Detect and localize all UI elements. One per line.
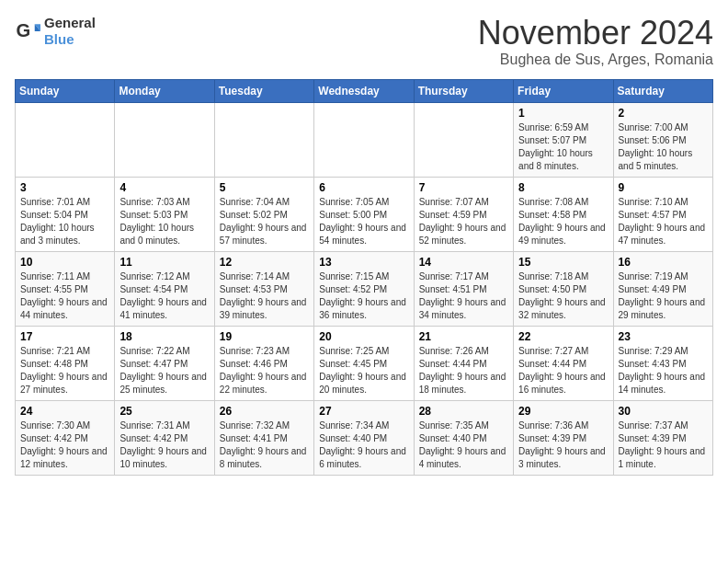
calendar-cell: 16Sunrise: 7:19 AM Sunset: 4:49 PM Dayli…	[613, 251, 712, 326]
week-row-2: 3Sunrise: 7:01 AM Sunset: 5:04 PM Daylig…	[16, 177, 713, 251]
calendar-cell: 6Sunrise: 7:05 AM Sunset: 5:00 PM Daylig…	[314, 177, 414, 251]
day-info: Sunrise: 6:59 AM Sunset: 5:07 PM Dayligh…	[518, 121, 608, 173]
weekday-header-thursday: Thursday	[414, 79, 513, 102]
calendar-cell: 17Sunrise: 7:21 AM Sunset: 4:48 PM Dayli…	[16, 326, 115, 400]
calendar-cell: 2Sunrise: 7:00 AM Sunset: 5:06 PM Daylig…	[613, 102, 712, 177]
day-number: 3	[20, 181, 109, 194]
calendar-cell: 27Sunrise: 7:34 AM Sunset: 4:40 PM Dayli…	[314, 400, 414, 475]
day-info: Sunrise: 7:36 AM Sunset: 4:39 PM Dayligh…	[518, 419, 608, 471]
day-info: Sunrise: 7:15 AM Sunset: 4:52 PM Dayligh…	[319, 270, 408, 322]
week-row-3: 10Sunrise: 7:11 AM Sunset: 4:55 PM Dayli…	[16, 251, 713, 326]
logo-text: General Blue	[44, 15, 96, 48]
calendar-cell: 4Sunrise: 7:03 AM Sunset: 5:03 PM Daylig…	[115, 177, 214, 251]
day-number: 17	[20, 330, 109, 343]
day-info: Sunrise: 7:31 AM Sunset: 4:42 PM Dayligh…	[119, 419, 209, 471]
calendar-cell	[16, 102, 115, 177]
svg-text:G: G	[17, 20, 31, 40]
calendar-cell: 15Sunrise: 7:18 AM Sunset: 4:50 PM Dayli…	[514, 251, 613, 326]
week-row-4: 17Sunrise: 7:21 AM Sunset: 4:48 PM Dayli…	[16, 326, 713, 400]
day-number: 10	[20, 256, 109, 269]
day-info: Sunrise: 7:07 AM Sunset: 4:59 PM Dayligh…	[419, 196, 508, 247]
weekday-header-saturday: Saturday	[613, 79, 712, 102]
calendar-body: 1Sunrise: 6:59 AM Sunset: 5:07 PM Daylig…	[16, 102, 713, 475]
calendar-cell: 14Sunrise: 7:17 AM Sunset: 4:51 PM Dayli…	[414, 251, 513, 326]
day-info: Sunrise: 7:34 AM Sunset: 4:40 PM Dayligh…	[319, 419, 408, 471]
day-info: Sunrise: 7:14 AM Sunset: 4:53 PM Dayligh…	[220, 270, 309, 322]
day-number: 2	[619, 107, 708, 120]
day-number: 22	[518, 330, 608, 343]
day-number: 4	[119, 181, 209, 194]
calendar-cell: 7Sunrise: 7:07 AM Sunset: 4:59 PM Daylig…	[414, 177, 513, 251]
location-subtitle: Bughea de Sus, Arges, Romania	[478, 52, 713, 68]
calendar-cell	[314, 102, 414, 177]
day-info: Sunrise: 7:29 AM Sunset: 4:43 PM Dayligh…	[619, 345, 708, 396]
calendar-cell	[414, 102, 513, 177]
calendar-cell: 24Sunrise: 7:30 AM Sunset: 4:42 PM Dayli…	[16, 400, 115, 475]
day-number: 9	[619, 181, 708, 194]
day-number: 29	[518, 405, 608, 418]
day-info: Sunrise: 7:18 AM Sunset: 4:50 PM Dayligh…	[518, 270, 608, 322]
day-info: Sunrise: 7:10 AM Sunset: 4:57 PM Dayligh…	[619, 196, 708, 247]
day-number: 5	[220, 181, 309, 194]
day-info: Sunrise: 7:00 AM Sunset: 5:06 PM Dayligh…	[619, 121, 708, 173]
day-info: Sunrise: 7:32 AM Sunset: 4:41 PM Dayligh…	[220, 419, 309, 471]
week-row-1: 1Sunrise: 6:59 AM Sunset: 5:07 PM Daylig…	[16, 102, 713, 177]
day-info: Sunrise: 7:23 AM Sunset: 4:46 PM Dayligh…	[220, 345, 309, 396]
day-info: Sunrise: 7:03 AM Sunset: 5:03 PM Dayligh…	[119, 196, 209, 247]
day-info: Sunrise: 7:17 AM Sunset: 4:51 PM Dayligh…	[419, 270, 508, 322]
day-info: Sunrise: 7:35 AM Sunset: 4:40 PM Dayligh…	[419, 419, 508, 471]
week-row-5: 24Sunrise: 7:30 AM Sunset: 4:42 PM Dayli…	[16, 400, 713, 475]
calendar-cell	[115, 102, 214, 177]
calendar-cell: 9Sunrise: 7:10 AM Sunset: 4:57 PM Daylig…	[613, 177, 712, 251]
day-number: 15	[518, 256, 608, 269]
calendar-cell: 20Sunrise: 7:25 AM Sunset: 4:45 PM Dayli…	[314, 326, 414, 400]
day-number: 21	[419, 330, 508, 343]
calendar-cell: 3Sunrise: 7:01 AM Sunset: 5:04 PM Daylig…	[16, 177, 115, 251]
weekday-header-friday: Friday	[514, 79, 613, 102]
day-number: 23	[619, 330, 708, 343]
day-number: 28	[419, 405, 508, 418]
day-info: Sunrise: 7:37 AM Sunset: 4:39 PM Dayligh…	[619, 419, 708, 471]
day-number: 19	[220, 330, 309, 343]
day-info: Sunrise: 7:04 AM Sunset: 5:02 PM Dayligh…	[220, 196, 309, 247]
calendar-cell: 18Sunrise: 7:22 AM Sunset: 4:47 PM Dayli…	[115, 326, 214, 400]
title-block: November 2024 Bughea de Sus, Arges, Roma…	[478, 15, 713, 68]
day-info: Sunrise: 7:05 AM Sunset: 5:00 PM Dayligh…	[319, 196, 408, 247]
day-number: 27	[319, 405, 408, 418]
logo: G General Blue	[15, 15, 96, 48]
page-header: G General Blue November 2024 Bughea de S…	[15, 15, 713, 68]
day-info: Sunrise: 7:25 AM Sunset: 4:45 PM Dayligh…	[319, 345, 408, 396]
day-number: 25	[119, 405, 209, 418]
calendar-cell: 28Sunrise: 7:35 AM Sunset: 4:40 PM Dayli…	[414, 400, 513, 475]
day-info: Sunrise: 7:30 AM Sunset: 4:42 PM Dayligh…	[20, 419, 109, 471]
day-number: 8	[518, 181, 608, 194]
day-number: 11	[119, 256, 209, 269]
day-info: Sunrise: 7:22 AM Sunset: 4:47 PM Dayligh…	[119, 345, 209, 396]
day-info: Sunrise: 7:26 AM Sunset: 4:44 PM Dayligh…	[419, 345, 508, 396]
calendar-table: SundayMondayTuesdayWednesdayThursdayFrid…	[15, 79, 713, 476]
logo-blue: Blue	[44, 31, 74, 47]
logo-icon: G	[15, 18, 40, 44]
calendar-cell: 26Sunrise: 7:32 AM Sunset: 4:41 PM Dayli…	[214, 400, 313, 475]
weekday-header-wednesday: Wednesday	[314, 79, 414, 102]
calendar-cell: 13Sunrise: 7:15 AM Sunset: 4:52 PM Dayli…	[314, 251, 414, 326]
day-number: 7	[419, 181, 508, 194]
calendar-cell	[214, 102, 313, 177]
calendar-cell: 8Sunrise: 7:08 AM Sunset: 4:58 PM Daylig…	[514, 177, 613, 251]
day-number: 14	[419, 256, 508, 269]
calendar-header: SundayMondayTuesdayWednesdayThursdayFrid…	[16, 79, 713, 102]
weekday-header-monday: Monday	[115, 79, 214, 102]
calendar-cell: 1Sunrise: 6:59 AM Sunset: 5:07 PM Daylig…	[514, 102, 613, 177]
weekday-header-sunday: Sunday	[16, 79, 115, 102]
calendar-cell: 5Sunrise: 7:04 AM Sunset: 5:02 PM Daylig…	[214, 177, 313, 251]
day-number: 13	[319, 256, 408, 269]
calendar-cell: 19Sunrise: 7:23 AM Sunset: 4:46 PM Dayli…	[214, 326, 313, 400]
day-info: Sunrise: 7:19 AM Sunset: 4:49 PM Dayligh…	[619, 270, 708, 322]
calendar-cell: 29Sunrise: 7:36 AM Sunset: 4:39 PM Dayli…	[514, 400, 613, 475]
weekday-header-tuesday: Tuesday	[214, 79, 313, 102]
day-number: 26	[220, 405, 309, 418]
day-number: 30	[619, 405, 708, 418]
day-info: Sunrise: 7:08 AM Sunset: 4:58 PM Dayligh…	[518, 196, 608, 247]
calendar-cell: 25Sunrise: 7:31 AM Sunset: 4:42 PM Dayli…	[115, 400, 214, 475]
day-number: 6	[319, 181, 408, 194]
